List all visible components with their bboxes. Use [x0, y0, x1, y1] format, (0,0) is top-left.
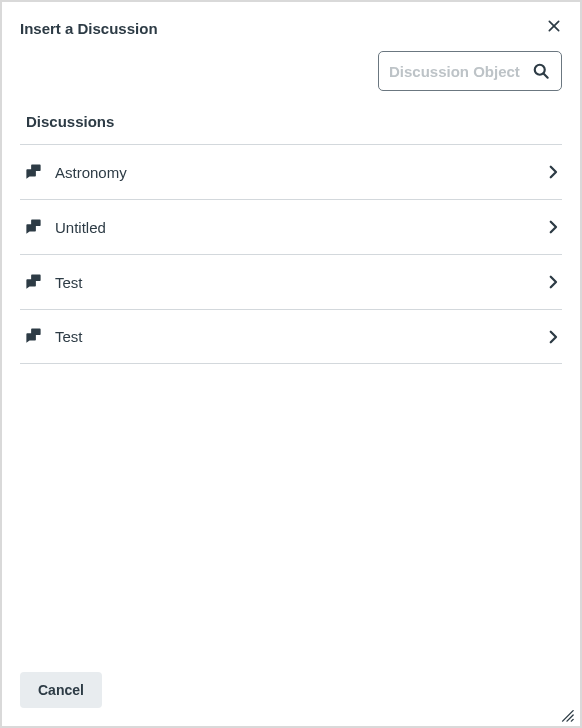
modal-header: Insert a Discussion	[2, 2, 580, 45]
chevron-right-icon	[544, 328, 562, 346]
resize-icon	[560, 708, 574, 722]
svg-line-6	[571, 719, 573, 721]
discussion-icon	[24, 218, 43, 237]
search-input[interactable]: Discussion Object	[378, 51, 562, 91]
discussion-list: Astronomy Untitled	[2, 144, 580, 364]
search-placeholder: Discussion Object	[389, 63, 531, 80]
discussion-icon	[24, 327, 43, 346]
discussion-icon	[24, 163, 43, 182]
chevron-right-icon	[544, 163, 562, 181]
modal-footer: Cancel	[2, 658, 580, 726]
cancel-button[interactable]: Cancel	[20, 672, 102, 708]
close-button[interactable]	[544, 16, 564, 36]
resize-handle[interactable]	[560, 708, 574, 722]
search-row: Discussion Object	[2, 45, 580, 103]
list-item[interactable]: Astronomy	[20, 144, 562, 199]
list-item-label: Untitled	[55, 219, 544, 236]
svg-line-3	[544, 74, 548, 78]
search-icon	[531, 61, 551, 81]
chevron-right-icon	[544, 218, 562, 236]
close-icon	[546, 18, 562, 34]
list-item-label: Astronomy	[55, 164, 544, 181]
insert-discussion-modal: Insert a Discussion Discussion Object Di…	[0, 0, 582, 728]
discussion-icon	[24, 273, 43, 292]
list-item-label: Test	[55, 274, 544, 291]
section-title: Discussions	[2, 103, 580, 144]
modal-title: Insert a Discussion	[20, 20, 544, 37]
list-item[interactable]: Untitled	[20, 199, 562, 254]
list-item[interactable]: Test	[20, 254, 562, 309]
list-item-label: Test	[55, 328, 544, 345]
chevron-right-icon	[544, 273, 562, 291]
list-item[interactable]: Test	[20, 309, 562, 364]
